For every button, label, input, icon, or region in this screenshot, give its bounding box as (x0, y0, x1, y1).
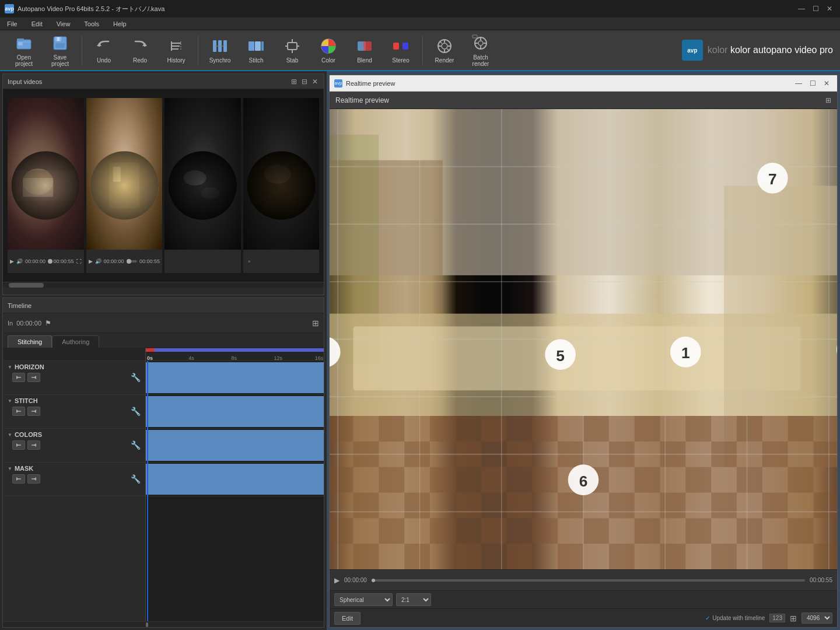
expand-arrow-stitch[interactable]: ▼ (8, 398, 12, 404)
preview-expand-icon[interactable]: ⊞ (825, 96, 831, 104)
track-wrench-stitch[interactable]: 🔧 (131, 407, 141, 416)
track-fill-mask (146, 464, 324, 495)
svg-rect-28 (363, 41, 372, 51)
track-out-btn-mask[interactable] (27, 474, 40, 484)
resolution-select[interactable]: 4096 (802, 612, 832, 624)
blend-button[interactable]: Blend (348, 33, 382, 67)
checkmark-icon: ✓ (705, 615, 710, 621)
preview-win-controls: — ☐ ✕ (793, 78, 832, 89)
edit-button[interactable]: Edit (334, 612, 360, 625)
redo-button[interactable]: Redo (123, 33, 157, 67)
projection-select[interactable]: Spherical (334, 593, 393, 606)
num-icon[interactable]: 123 (769, 614, 785, 622)
maximize-button[interactable]: ☐ (810, 3, 821, 15)
svg-text:1: 1 (681, 344, 690, 362)
track-in-btn-colors[interactable] (12, 440, 25, 450)
preview-window: avp Realtime preview — ☐ ✕ Realtime prev… (329, 75, 838, 628)
track-in-btn-horizon[interactable] (12, 373, 25, 382)
timeline-row-mask[interactable] (146, 463, 324, 496)
svg-marker-69 (34, 410, 36, 413)
synchro-button[interactable]: Synchro (203, 33, 237, 67)
app-icon: avp (5, 4, 14, 13)
expand-arrow-mask[interactable]: ▼ (8, 466, 12, 471)
stereo-button[interactable]: Stereo (384, 33, 418, 67)
input-videos-title: Input videos (8, 78, 42, 85)
save-project-icon (51, 34, 69, 52)
svg-point-50 (12, 151, 80, 219)
track-wrench-horizon[interactable]: 🔧 (131, 373, 141, 382)
video-scrollbar[interactable] (3, 282, 324, 288)
stab-button[interactable]: Stab (275, 33, 309, 67)
tab-stitching[interactable]: Stitching (8, 335, 52, 348)
grid-icon[interactable]: ⊞ (790, 614, 797, 623)
timeline-out-icon[interactable]: ⊞ (312, 318, 319, 328)
expand-icon[interactable]: ⊞ (290, 76, 298, 87)
update-timeline-checkbox[interactable]: ✓ Update with timeline (705, 615, 765, 621)
video-thumbnails: ▶ 🔊 00:00:00 00:00:55 ⛶ (3, 89, 324, 282)
track-name-stitch: STITCH (15, 397, 38, 404)
svg-text:6: 6 (579, 473, 588, 490)
svg-rect-45 (473, 35, 477, 38)
menu-view[interactable]: View (54, 19, 73, 29)
preview-window-icon: avp (334, 79, 342, 88)
timeline-row-horizon[interactable] (146, 361, 324, 395)
expand-arrow-colors[interactable]: ▼ (8, 432, 12, 438)
video-thumb-3 (164, 98, 241, 273)
track-wrench-colors[interactable]: 🔧 (131, 440, 141, 450)
track-fill-colors (146, 430, 324, 461)
menu-edit[interactable]: Edit (29, 19, 45, 29)
video-image-3 (164, 98, 241, 250)
track-in-btn-mask[interactable] (12, 474, 25, 484)
track-out-btn-horizon[interactable] (27, 373, 40, 382)
preview-progress-bar[interactable] (372, 579, 805, 582)
timeline-labels: ▼ HORIZON 🔧 (3, 348, 146, 621)
render-button[interactable]: Render (428, 33, 461, 67)
menu-help[interactable]: Help (111, 19, 129, 29)
save-project-button[interactable]: Save project (43, 33, 77, 67)
svg-rect-29 (393, 43, 399, 50)
aspect-ratio-select[interactable]: 2:1 (396, 593, 431, 606)
preview-maximize-btn[interactable]: ☐ (807, 78, 818, 89)
history-button[interactable]: History (159, 33, 193, 67)
svg-marker-75 (16, 477, 19, 481)
svg-rect-18 (249, 41, 254, 51)
close-panel-icon[interactable]: ✕ (311, 76, 319, 87)
preview-minimize-btn[interactable]: — (793, 78, 804, 89)
track-out-btn-stitch[interactable] (27, 407, 40, 416)
timeline-scrollbar[interactable] (3, 621, 324, 627)
stitch-label: Stitch (249, 57, 263, 64)
svg-point-58 (169, 151, 237, 219)
batch-render-button[interactable]: Batch render (464, 33, 498, 67)
progress-bar-2[interactable] (127, 260, 137, 262)
track-wrench-mask[interactable]: 🔧 (131, 474, 141, 484)
title-bar: avp Autopano Video Pro 64bits 2.5.2 - オー… (0, 0, 840, 18)
track-name-horizon: HORIZON (15, 363, 44, 370)
stitch-button[interactable]: Stitch (239, 33, 273, 67)
input-videos-panel: Input videos ⊞ ⊟ ✕ (2, 74, 324, 295)
track-out-btn-colors[interactable] (27, 440, 40, 450)
video-scrollbar-thumb[interactable] (9, 283, 44, 288)
color-button[interactable]: Color (312, 33, 345, 67)
video-thumb-4: ● (243, 98, 320, 273)
close-button[interactable]: ✕ (824, 3, 835, 15)
timeline-row-colors[interactable] (146, 429, 324, 463)
minimize-button[interactable]: — (796, 3, 807, 15)
tab-authoring[interactable]: Authoring (52, 335, 99, 348)
undo-button[interactable]: Undo (87, 33, 121, 67)
popout-icon[interactable]: ⊟ (300, 76, 309, 87)
progress-bar-1[interactable] (48, 260, 51, 262)
in-flag-icon[interactable]: ⚑ (45, 319, 51, 327)
stitch-icon (247, 37, 265, 55)
redo-icon (131, 37, 149, 55)
track-in-btn-stitch[interactable] (12, 407, 25, 416)
preview-controls-bar: ▶ 00:00:00 00:00:55 (330, 569, 837, 590)
menu-tools[interactable]: Tools (82, 19, 102, 29)
preview-play-btn[interactable]: ▶ (334, 576, 340, 584)
open-project-button[interactable]: Open project (7, 33, 41, 67)
update-label: Update with timeline (712, 615, 765, 621)
batch-render-icon (471, 34, 490, 52)
expand-arrow-horizon[interactable]: ▼ (8, 365, 12, 370)
preview-close-btn[interactable]: ✕ (821, 78, 832, 89)
timeline-row-stitch[interactable] (146, 395, 324, 429)
menu-file[interactable]: File (5, 19, 20, 29)
